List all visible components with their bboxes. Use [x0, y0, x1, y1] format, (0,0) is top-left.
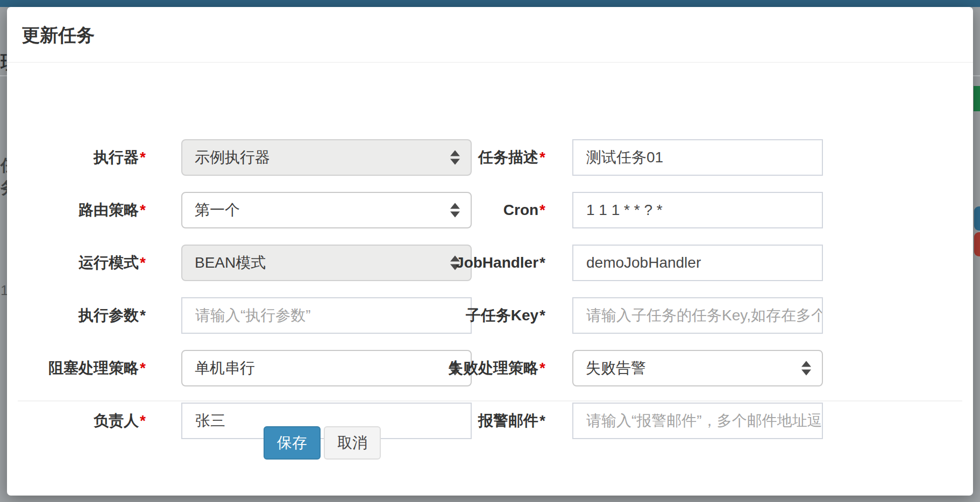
alarm-email-input[interactable]	[572, 403, 823, 439]
glue-type-select-value: BEAN模式	[182, 253, 266, 273]
required-asterisk: *	[539, 254, 545, 271]
update-task-modal: 更新任务 执行器* 示例执行器 任务描述* 路由策略* 第一个 Cron*	[7, 7, 973, 496]
label-text: Cron	[503, 202, 538, 219]
child-jobkey-input[interactable]	[572, 297, 823, 334]
required-asterisk: *	[140, 202, 146, 219]
fail-strategy-select[interactable]: 失败告警	[572, 350, 823, 386]
cron-input[interactable]	[572, 192, 823, 228]
background-navbar	[0, 0, 980, 7]
label-text: 任务描述	[478, 147, 538, 168]
required-asterisk: *	[140, 307, 146, 324]
author-label: 负责人*	[7, 403, 146, 439]
footer-divider	[18, 400, 962, 401]
required-asterisk: *	[140, 360, 146, 377]
background-left-strip: 理 任 务 1	[0, 7, 7, 502]
background-text-fragment: 务	[1, 177, 7, 199]
label-text: JobHandler	[456, 254, 538, 271]
label-text: 运行模式	[79, 253, 139, 273]
background-blue-button-fragment	[974, 206, 980, 231]
modal-footer: 保存 取消	[264, 426, 381, 460]
fail-strategy-label: 失败处理策略*	[384, 350, 545, 386]
label-text: 报警邮件	[478, 411, 538, 431]
save-button[interactable]: 保存	[264, 426, 321, 460]
modal-header: 更新任务	[7, 7, 973, 63]
background-text-fragment: 1	[1, 282, 7, 299]
label-text: 失败处理策略	[448, 358, 538, 378]
background-text-fragment: 理	[1, 49, 7, 76]
background-right-strip	[973, 7, 980, 502]
fail-strategy-select-value: 失败告警	[573, 358, 646, 378]
executor-select-value: 示例执行器	[182, 147, 270, 168]
background-divider-fragment	[0, 75, 7, 76]
label-text: 路由策略	[79, 200, 139, 220]
background-red-button-fragment	[974, 232, 980, 256]
label-text: 执行参数	[79, 305, 139, 326]
job-handler-input[interactable]	[572, 245, 823, 281]
required-asterisk: *	[539, 149, 545, 166]
job-desc-field	[572, 139, 823, 176]
child-jobkey-label: 子任务Key*	[384, 297, 545, 334]
required-asterisk: *	[539, 412, 545, 429]
background-text-fragment: 任	[1, 155, 7, 177]
required-asterisk: *	[539, 360, 545, 377]
background-divider-fragment	[973, 75, 980, 76]
job-handler-label: JobHandler*	[384, 245, 545, 281]
executor-label: 执行器*	[7, 139, 146, 176]
required-asterisk: *	[140, 254, 146, 271]
required-asterisk: *	[140, 412, 146, 429]
block-strategy-label: 阻塞处理策略*	[7, 350, 146, 386]
exec-param-label: 执行参数*	[7, 297, 146, 334]
label-text: 负责人	[94, 411, 139, 431]
job-desc-input[interactable]	[572, 139, 823, 176]
label-text: 子任务Key	[466, 305, 538, 326]
select-arrows-icon	[801, 361, 811, 376]
cron-field	[572, 192, 823, 228]
label-text: 执行器	[94, 147, 139, 168]
job-handler-field	[572, 245, 823, 281]
required-asterisk: *	[539, 307, 545, 324]
cron-label: Cron*	[384, 192, 545, 228]
modal-form: 执行器* 示例执行器 任务描述* 路由策略* 第一个 Cron* 运行模式*	[7, 63, 973, 496]
job-desc-label: 任务描述*	[384, 139, 545, 176]
route-strategy-select-value: 第一个	[182, 200, 240, 220]
block-strategy-select-value: 单机串行	[182, 358, 255, 378]
required-asterisk: *	[140, 149, 146, 166]
modal-title: 更新任务	[22, 23, 95, 48]
child-jobkey-field	[572, 297, 823, 334]
glue-type-label: 运行模式*	[7, 245, 146, 281]
alarm-email-label: 报警邮件*	[384, 403, 545, 439]
background-green-button-fragment	[974, 86, 980, 111]
label-text: 阻塞处理策略	[48, 358, 139, 378]
route-strategy-label: 路由策略*	[7, 192, 146, 228]
alarm-email-field	[572, 403, 823, 439]
required-asterisk: *	[539, 202, 545, 219]
cancel-button[interactable]: 取消	[324, 426, 381, 460]
